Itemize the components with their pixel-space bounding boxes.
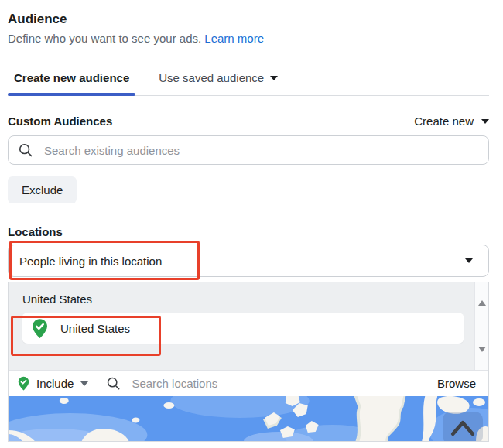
tab-use-saved-audience[interactable]: Use saved audience xyxy=(152,70,284,95)
search-icon xyxy=(106,376,121,391)
map-collapse-button[interactable] xyxy=(443,412,483,441)
caret-down-icon xyxy=(80,381,88,386)
exclude-button[interactable]: Exclude xyxy=(8,176,77,203)
world-map[interactable] xyxy=(9,396,488,441)
custom-audiences-label: Custom Audiences xyxy=(8,115,112,128)
search-audiences-input[interactable] xyxy=(43,143,479,158)
chevron-up-icon xyxy=(447,413,478,441)
scroll-up-button[interactable] xyxy=(477,287,488,302)
selected-locations-panel: United States United States xyxy=(9,282,488,370)
tab-label: Use saved audience xyxy=(159,71,264,84)
create-new-dropdown[interactable]: Create new xyxy=(414,115,489,128)
page-title: Audience xyxy=(8,11,489,28)
caret-down-icon xyxy=(481,119,489,124)
location-group-label: United States xyxy=(9,282,488,306)
browse-button[interactable]: Browse xyxy=(437,377,479,390)
subtitle-text: Define who you want to see your ads. xyxy=(8,32,201,45)
location-type-value: People living in this location xyxy=(19,255,162,268)
location-pin-icon xyxy=(32,318,48,339)
caret-down-icon xyxy=(465,258,473,263)
locations-toolbar: Include Browse xyxy=(9,370,488,396)
scroll-down-button[interactable] xyxy=(477,351,488,365)
selected-location-name: United States xyxy=(60,322,130,335)
audience-tabs: Create new audience Use saved audience xyxy=(8,70,489,96)
location-type-dropdown[interactable]: People living in this location xyxy=(8,245,489,277)
scroll-down-icon xyxy=(478,347,486,364)
list-scrollbar[interactable] xyxy=(474,282,488,370)
include-label: Include xyxy=(36,377,74,390)
learn-more-link[interactable]: Learn more xyxy=(204,32,264,45)
include-dropdown[interactable]: Include xyxy=(18,376,88,391)
search-locations-input[interactable] xyxy=(130,376,430,391)
world-map-graphic xyxy=(9,396,488,441)
locations-widget: United States United States xyxy=(8,282,489,442)
custom-audiences-search[interactable] xyxy=(8,135,489,165)
scroll-up-icon xyxy=(478,289,486,306)
search-icon xyxy=(18,142,33,158)
page-subtitle: Define who you want to see your ads. Lea… xyxy=(8,31,489,46)
selected-location-row[interactable]: United States xyxy=(22,313,464,344)
tab-label: Create new audience xyxy=(14,71,129,84)
tab-create-new-audience[interactable]: Create new audience xyxy=(8,70,135,95)
caret-down-icon xyxy=(270,76,278,80)
location-pin-icon xyxy=(18,376,29,391)
locations-label: Locations xyxy=(8,225,489,238)
create-new-label: Create new xyxy=(414,115,474,128)
